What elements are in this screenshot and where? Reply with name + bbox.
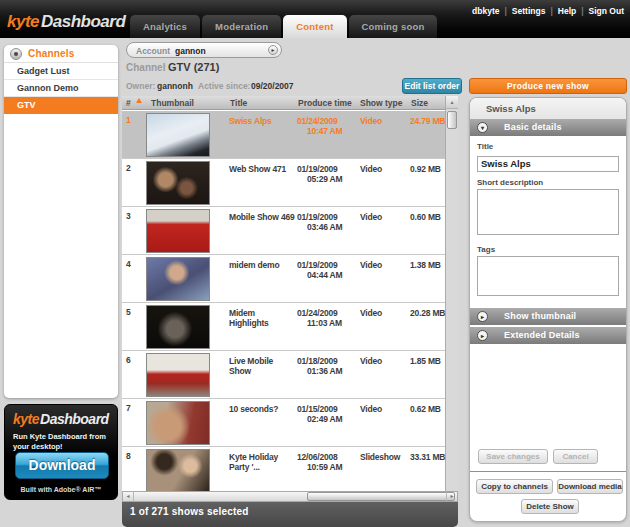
vertical-scrollbar[interactable]: ▴ bbox=[445, 96, 458, 491]
table-row[interactable]: 2 Web Show 471 01/19/2009 05:29 AM Video… bbox=[122, 159, 445, 207]
copy-to-channels-button[interactable]: Copy to channels bbox=[476, 479, 553, 494]
column-title[interactable]: Title bbox=[230, 98, 247, 108]
row-number: 1 bbox=[126, 115, 142, 125]
produce-clock: 10:47 AM bbox=[297, 126, 361, 136]
column-show-type[interactable]: Show type bbox=[360, 98, 403, 108]
account-dropdown-icon[interactable]: ▸ bbox=[268, 45, 278, 55]
produce-date: 01/24/2009 bbox=[297, 116, 361, 126]
produce-new-show-button[interactable]: Produce new show bbox=[469, 78, 627, 94]
edit-list-order-button[interactable]: Edit list order bbox=[402, 78, 462, 94]
tab-analytics[interactable]: Analytics bbox=[130, 15, 200, 38]
user-links: dbkyte|Settings|Help|Sign Out bbox=[472, 6, 624, 16]
horizontal-scroll-thumb[interactable] bbox=[307, 492, 455, 501]
section-expand-icon[interactable]: ▾ bbox=[477, 122, 488, 133]
table-body: 1 Swiss Alps 01/24/2009 10:47 AM Video 2… bbox=[122, 111, 458, 491]
produce-clock: 02:49 AM bbox=[297, 414, 361, 424]
show-title: Swiss Alps bbox=[229, 116, 295, 126]
produce-date: 01/24/2009 bbox=[297, 308, 361, 318]
desktop-app-promo: kyteDashboard Run Kyte Dashboard from yo… bbox=[4, 404, 118, 500]
table-header: # Thumbnail Title Produce time Show type… bbox=[122, 96, 458, 110]
show-thumbnail[interactable] bbox=[146, 353, 210, 397]
produce-time: 01/19/2009 03:46 AM bbox=[297, 212, 361, 232]
scroll-right-icon[interactable]: ▸ bbox=[446, 492, 457, 501]
section-extended-details-label: Extended Details bbox=[504, 330, 580, 340]
table-row[interactable]: 4 midem demo 01/19/2009 04:44 AM Video 1… bbox=[122, 255, 445, 303]
produce-clock: 03:46 AM bbox=[297, 222, 361, 232]
title-input[interactable] bbox=[477, 156, 619, 172]
produce-date: 01/19/2009 bbox=[297, 164, 361, 174]
produce-date: 12/06/2008 bbox=[297, 452, 361, 462]
show-thumbnail[interactable] bbox=[146, 161, 210, 205]
column-thumbnail[interactable]: Thumbnail bbox=[151, 98, 194, 108]
sidebar-item-gadget-lust[interactable]: Gadget Lust bbox=[4, 63, 118, 80]
produce-clock: 05:29 AM bbox=[297, 174, 361, 184]
table-row[interactable]: 1 Swiss Alps 01/24/2009 10:47 AM Video 2… bbox=[122, 111, 445, 159]
thumbnail-cell bbox=[146, 209, 210, 253]
short-description-input[interactable] bbox=[477, 189, 619, 235]
vertical-scroll-thumb[interactable] bbox=[447, 111, 457, 129]
detail-panel-title: Swiss Alps bbox=[470, 98, 626, 119]
save-changes-button[interactable]: Save changes bbox=[478, 449, 548, 464]
download-button[interactable]: Download bbox=[15, 452, 109, 479]
thumbnail-cell bbox=[146, 401, 210, 445]
show-thumbnail[interactable] bbox=[146, 401, 210, 445]
shows-table: # Thumbnail Title Produce time Show type… bbox=[122, 96, 458, 491]
section-show-thumbnail[interactable]: ▸ Show thumbnail bbox=[470, 308, 626, 325]
show-type: Video bbox=[360, 260, 408, 270]
help-link[interactable]: Help bbox=[558, 6, 576, 16]
channels-collapse-icon[interactable] bbox=[10, 48, 22, 60]
column-number[interactable]: # bbox=[126, 98, 131, 108]
section-expand-icon[interactable]: ▸ bbox=[477, 311, 488, 322]
produce-clock: 04:44 AM bbox=[297, 270, 361, 280]
channels-sidebar: Channels Gadget Lust Gannon Demo GTV bbox=[4, 45, 118, 398]
column-produce-time[interactable]: Produce time bbox=[298, 98, 352, 108]
horizontal-scrollbar[interactable]: ◂ ▸ bbox=[122, 491, 458, 502]
show-thumbnail[interactable] bbox=[146, 113, 210, 157]
short-description-label: Short description bbox=[477, 178, 619, 187]
show-type: Video bbox=[360, 308, 408, 318]
produce-date: 01/18/2009 bbox=[297, 356, 361, 366]
tab-coming-soon[interactable]: Coming soon bbox=[349, 15, 438, 38]
table-row[interactable]: 8 Kyte Holiday Party '... 12/06/2008 10:… bbox=[122, 447, 445, 491]
tab-moderation[interactable]: Moderation bbox=[202, 15, 281, 38]
tags-input[interactable] bbox=[477, 256, 619, 296]
sign-out-link[interactable]: Sign Out bbox=[589, 6, 624, 16]
section-basic-details[interactable]: ▾ Basic details bbox=[470, 119, 626, 136]
title-field-label: Title bbox=[477, 142, 619, 151]
owner-value: gannonh bbox=[157, 81, 193, 91]
sidebar-item-gtv[interactable]: GTV bbox=[4, 97, 118, 114]
column-size[interactable]: Size bbox=[411, 98, 428, 108]
account-value: gannon bbox=[175, 46, 206, 56]
table-row[interactable]: 3 Mobile Show 469 01/19/2009 03:46 AM Vi… bbox=[122, 207, 445, 255]
thumbnail-cell bbox=[146, 305, 210, 349]
scroll-up-icon[interactable]: ▴ bbox=[446, 96, 458, 109]
table-row[interactable]: 5 Midem Highlights 01/24/2009 11:03 AM V… bbox=[122, 303, 445, 351]
sort-ascending-icon bbox=[136, 98, 142, 103]
show-title: Live Mobile Show bbox=[229, 356, 295, 376]
cancel-button[interactable]: Cancel bbox=[553, 449, 598, 464]
promo-logo-dashboard: Dashboard bbox=[40, 411, 109, 427]
scroll-left-icon[interactable]: ◂ bbox=[123, 492, 134, 501]
show-thumbnail[interactable] bbox=[146, 449, 210, 491]
section-expand-icon[interactable]: ▸ bbox=[477, 330, 488, 341]
section-basic-details-label: Basic details bbox=[504, 122, 562, 132]
show-thumbnail[interactable] bbox=[146, 257, 210, 301]
account-label: Account bbox=[136, 46, 170, 56]
logo-kyte: kyte bbox=[7, 12, 39, 31]
table-row[interactable]: 6 Live Mobile Show 01/18/2009 01:36 AM V… bbox=[122, 351, 445, 399]
show-thumbnail[interactable] bbox=[146, 209, 210, 253]
delete-show-button[interactable]: Delete Show bbox=[521, 499, 579, 514]
tab-content[interactable]: Content bbox=[283, 15, 346, 38]
account-selector[interactable]: Account gannon ▸ bbox=[126, 42, 282, 58]
username-link[interactable]: dbkyte bbox=[472, 6, 499, 16]
row-number: 5 bbox=[126, 307, 142, 317]
table-row[interactable]: 7 10 seconds? 01/15/2009 02:49 AM Video … bbox=[122, 399, 445, 447]
section-extended-details[interactable]: ▸ Extended Details bbox=[470, 327, 626, 344]
settings-link[interactable]: Settings bbox=[512, 6, 546, 16]
show-type: Video bbox=[360, 356, 408, 366]
download-media-button[interactable]: Download media bbox=[557, 479, 623, 494]
show-detail-panel: Swiss Alps ▾ Basic details Title Short d… bbox=[469, 97, 627, 522]
section-show-thumbnail-label: Show thumbnail bbox=[504, 311, 576, 321]
show-thumbnail[interactable] bbox=[146, 305, 210, 349]
channels-title: Channels bbox=[28, 45, 75, 63]
